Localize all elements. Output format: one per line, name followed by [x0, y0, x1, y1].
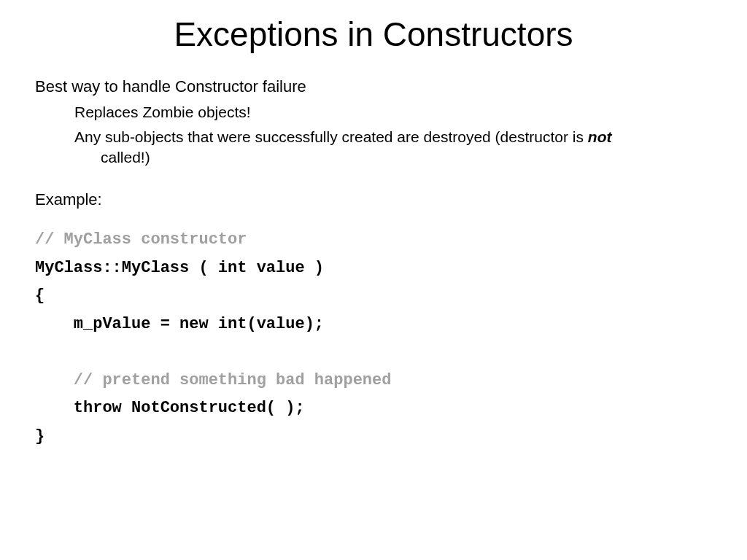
point-sub-zombie: Replaces Zombie objects! — [74, 102, 712, 122]
body-content: Best way to handle Constructor failure R… — [35, 76, 712, 451]
code-signature: MyClass::MyClass ( int value ) — [35, 254, 712, 283]
code-throw: throw NotConstructed( ); — [35, 394, 712, 423]
example-label: Example: — [35, 189, 712, 211]
point-main: Best way to handle Constructor failure — [35, 76, 712, 98]
point-sub-destructor-prefix: Any sub-objects that were successfully c… — [74, 128, 588, 145]
code-blank — [35, 338, 712, 367]
code-brace-open: { — [35, 282, 712, 311]
code-brace-close: } — [35, 423, 712, 451]
slide: Exceptions in Constructors Best way to h… — [0, 0, 747, 560]
code-comment-constructor: // MyClass constructor — [35, 226, 712, 254]
code-assign: m_pValue = new int(value); — [35, 311, 712, 339]
point-sub-destructor: Any sub-objects that were successfully c… — [74, 127, 712, 168]
slide-title: Exceptions in Constructors — [35, 15, 712, 54]
point-sub-destructor-suffix: called!) — [101, 149, 150, 166]
code-block: // MyClass constructor MyClass::MyClass … — [35, 226, 712, 451]
code-comment-bad: // pretend something bad happened — [35, 367, 712, 395]
point-sub-destructor-em: not — [588, 128, 612, 145]
